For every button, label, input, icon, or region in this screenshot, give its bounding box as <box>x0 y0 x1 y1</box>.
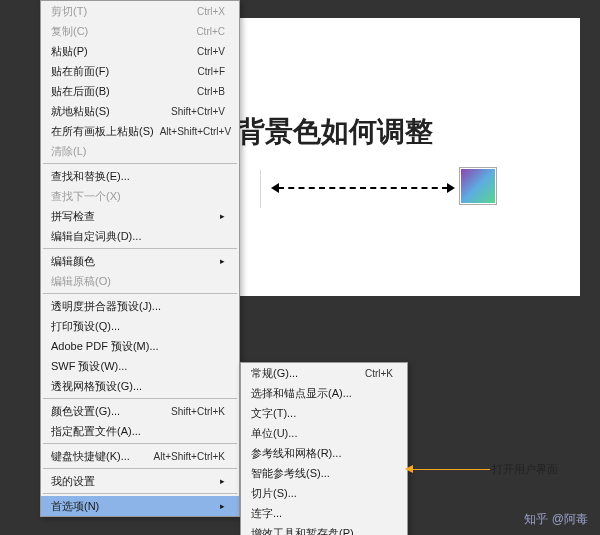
edit-menu-item[interactable]: 指定配置文件(A)... <box>41 421 239 441</box>
menu-separator <box>43 248 237 249</box>
menu-item-label: 查找和替换(E)... <box>51 169 225 184</box>
prefs-menu-item[interactable]: 连字... <box>241 503 407 523</box>
menu-item-label: SWF 预设(W)... <box>51 359 225 374</box>
chevron-right-icon: ▸ <box>220 501 225 511</box>
prefs-menu-item[interactable]: 智能参考线(S)... <box>241 463 407 483</box>
menu-item-label: 透视网格预设(G)... <box>51 379 225 394</box>
menu-item-label: 贴在后面(B) <box>51 84 191 99</box>
menu-item-shortcut: Ctrl+V <box>197 46 225 57</box>
edit-menu-item[interactable]: 在所有画板上粘贴(S)Alt+Shift+Ctrl+V <box>41 121 239 141</box>
annotation-label: 打开用户界面 <box>492 462 558 477</box>
menu-item-label: Adobe PDF 预设(M)... <box>51 339 225 354</box>
edit-menu-item: 编辑原稿(O) <box>41 271 239 291</box>
menu-item-label: 就地粘贴(S) <box>51 104 165 119</box>
menu-item-label: 拼写检查 <box>51 209 216 224</box>
submenu-preferences: 常规(G)...Ctrl+K选择和锚点显示(A)...文字(T)...单位(U)… <box>240 362 408 535</box>
chevron-right-icon: ▸ <box>220 211 225 221</box>
menu-item-label: 复制(C) <box>51 24 190 39</box>
menu-item-label: 首选项(N) <box>51 499 216 514</box>
edit-menu-item[interactable]: Adobe PDF 预设(M)... <box>41 336 239 356</box>
annotation-arrow <box>412 469 490 470</box>
prefs-menu-item[interactable]: 增效工具和暂存盘(P)... <box>241 523 407 535</box>
menu-item-label: 连字... <box>251 506 393 521</box>
menu-item-label: 编辑原稿(O) <box>51 274 225 289</box>
menu-item-label: 打印预设(Q)... <box>51 319 225 334</box>
menu-item-label: 文字(T)... <box>251 406 393 421</box>
edit-menu-item: 剪切(T)Ctrl+X <box>41 1 239 21</box>
menu-item-label: 在所有画板上粘贴(S) <box>51 124 154 139</box>
menu-separator <box>43 398 237 399</box>
edit-menu-item[interactable]: 拼写检查▸ <box>41 206 239 226</box>
menu-item-label: 增效工具和暂存盘(P)... <box>251 526 393 536</box>
edit-menu-item[interactable]: 编辑颜色▸ <box>41 251 239 271</box>
edit-menu-item[interactable]: 透视网格预设(G)... <box>41 376 239 396</box>
menu-item-label: 我的设置 <box>51 474 216 489</box>
edit-menu-item[interactable]: 首选项(N)▸ <box>41 496 239 516</box>
menu-item-label: 智能参考线(S)... <box>251 466 393 481</box>
menu-item-label: 剪切(T) <box>51 4 191 19</box>
context-menu-edit: 剪切(T)Ctrl+X复制(C)Ctrl+C粘贴(P)Ctrl+V贴在前面(F)… <box>40 0 240 517</box>
edit-menu-item[interactable]: 我的设置▸ <box>41 471 239 491</box>
edit-menu-item[interactable]: 粘贴(P)Ctrl+V <box>41 41 239 61</box>
menu-item-label: 清除(L) <box>51 144 225 159</box>
prefs-menu-item[interactable]: 选择和锚点显示(A)... <box>241 383 407 403</box>
menu-item-label: 单位(U)... <box>251 426 393 441</box>
menu-item-shortcut: Shift+Ctrl+V <box>171 106 225 117</box>
menu-separator <box>43 493 237 494</box>
edit-menu-item[interactable]: 贴在后面(B)Ctrl+B <box>41 81 239 101</box>
menu-item-shortcut: Ctrl+X <box>197 6 225 17</box>
menu-item-label: 选择和锚点显示(A)... <box>251 386 393 401</box>
menu-item-shortcut: Alt+Shift+Ctrl+V <box>160 126 231 137</box>
edit-menu-item[interactable]: 贴在前面(F)Ctrl+F <box>41 61 239 81</box>
menu-item-shortcut: Shift+Ctrl+K <box>171 406 225 417</box>
prefs-menu-item[interactable]: 文字(T)... <box>241 403 407 423</box>
edit-menu-item[interactable]: 就地粘贴(S)Shift+Ctrl+V <box>41 101 239 121</box>
menu-separator <box>43 468 237 469</box>
menu-item-label: 贴在前面(F) <box>51 64 192 79</box>
menu-item-shortcut: Ctrl+C <box>196 26 225 37</box>
menu-separator <box>43 293 237 294</box>
menu-item-label: 透明度拼合器预设(J)... <box>51 299 225 314</box>
chevron-right-icon: ▸ <box>220 256 225 266</box>
edit-menu-item[interactable]: SWF 预设(W)... <box>41 356 239 376</box>
edit-menu-item: 复制(C)Ctrl+C <box>41 21 239 41</box>
prefs-menu-item[interactable]: 单位(U)... <box>241 423 407 443</box>
prefs-menu-item[interactable]: 参考线和网格(R)... <box>241 443 407 463</box>
menu-item-label: 编辑自定词典(D)... <box>51 229 225 244</box>
edit-menu-item[interactable]: 透明度拼合器预设(J)... <box>41 296 239 316</box>
menu-item-label: 参考线和网格(R)... <box>251 446 393 461</box>
menu-item-label: 切片(S)... <box>251 486 393 501</box>
menu-item-shortcut: Ctrl+K <box>365 368 393 379</box>
edit-menu-item[interactable]: 打印预设(Q)... <box>41 316 239 336</box>
thumb-right <box>459 167 497 205</box>
prefs-menu-item[interactable]: 常规(G)...Ctrl+K <box>241 363 407 383</box>
menu-item-label: 指定配置文件(A)... <box>51 424 225 439</box>
menu-separator <box>43 163 237 164</box>
edit-menu-item[interactable]: 颜色设置(G)...Shift+Ctrl+K <box>41 401 239 421</box>
edit-menu-item[interactable]: 查找和替换(E)... <box>41 166 239 186</box>
edit-menu-item[interactable]: 编辑自定词典(D)... <box>41 226 239 246</box>
menu-item-label: 常规(G)... <box>251 366 359 381</box>
menu-item-shortcut: Ctrl+B <box>197 86 225 97</box>
edit-menu-item: 查找下一个(X) <box>41 186 239 206</box>
menu-item-label: 查找下一个(X) <box>51 189 225 204</box>
edit-menu-item[interactable]: 键盘快捷键(K)...Alt+Shift+Ctrl+K <box>41 446 239 466</box>
menu-item-shortcut: Ctrl+F <box>198 66 226 77</box>
prefs-menu-item[interactable]: 切片(S)... <box>241 483 407 503</box>
double-arrow <box>278 187 448 189</box>
edit-menu-item: 清除(L) <box>41 141 239 161</box>
watermark: 知乎 @阿毒 <box>524 511 588 528</box>
menu-item-label: 粘贴(P) <box>51 44 191 59</box>
canvas-title: 背景色如何调整 <box>237 113 433 151</box>
menu-item-shortcut: Alt+Shift+Ctrl+K <box>154 451 225 462</box>
menu-separator <box>43 443 237 444</box>
menu-item-label: 颜色设置(G)... <box>51 404 165 419</box>
menu-item-label: 编辑颜色 <box>51 254 216 269</box>
menu-item-label: 键盘快捷键(K)... <box>51 449 148 464</box>
chevron-right-icon: ▸ <box>220 476 225 486</box>
